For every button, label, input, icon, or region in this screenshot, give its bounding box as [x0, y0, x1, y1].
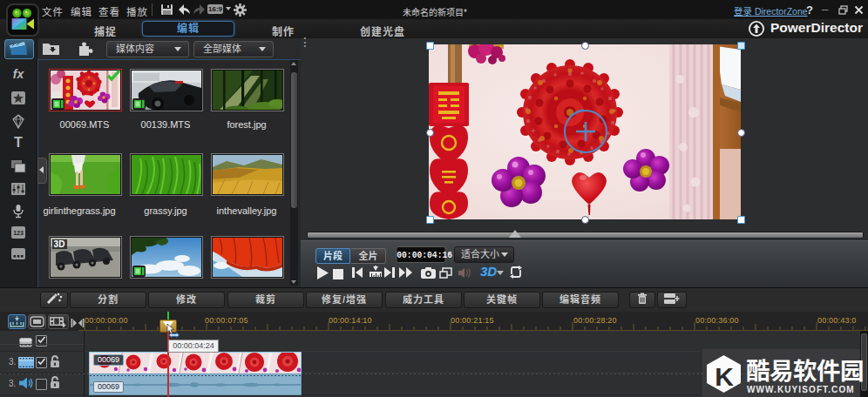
svg-text:123: 123	[13, 230, 24, 236]
svg-text:3D: 3D	[54, 239, 65, 249]
svg-text:WWW.KUYISOFT.COM: WWW.KUYISOFT.COM	[747, 385, 855, 394]
svg-text:K: K	[715, 362, 734, 391]
svg-text:酷易软件园: 酷易软件园	[746, 352, 864, 387]
